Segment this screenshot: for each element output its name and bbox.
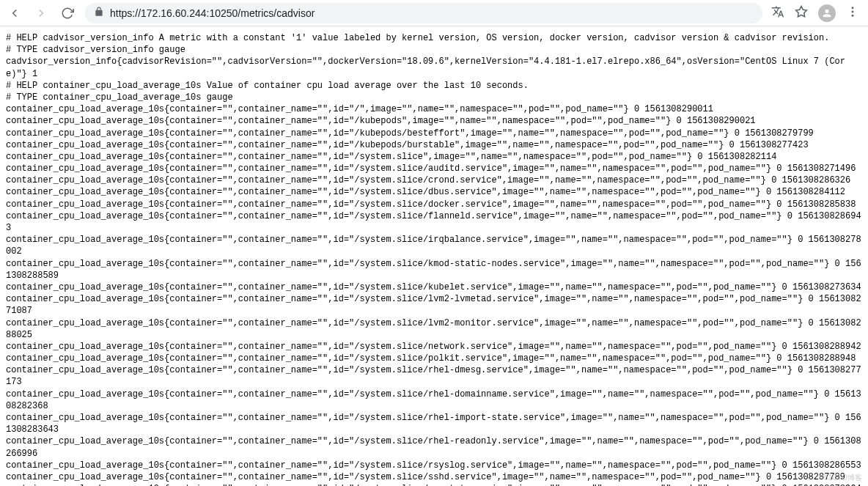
watermark: ©51CTO博客 <box>819 473 862 483</box>
lock-icon <box>94 7 104 20</box>
menu-button[interactable] <box>846 5 859 21</box>
browser-toolbar: https://172.16.60.244:10250/metrics/cadv… <box>0 0 868 26</box>
reload-icon <box>61 7 74 20</box>
url-text: https://172.16.60.244:10250/metrics/cadv… <box>110 7 754 19</box>
arrow-right-icon <box>34 7 48 20</box>
svg-point-3 <box>852 14 854 16</box>
star-icon[interactable] <box>795 5 808 21</box>
toolbar-right <box>771 4 862 22</box>
svg-marker-0 <box>796 6 807 16</box>
svg-point-1 <box>852 7 854 9</box>
back-button[interactable] <box>6 4 23 22</box>
forward-button[interactable] <box>32 4 50 22</box>
user-avatar[interactable] <box>818 4 836 22</box>
metrics-text: # HELP cadvisor_version_info A metric wi… <box>0 26 868 486</box>
kebab-menu-icon <box>846 5 859 18</box>
address-bar[interactable]: https://172.16.60.244:10250/metrics/cadv… <box>85 3 762 23</box>
reload-button[interactable] <box>59 4 76 22</box>
translate-icon[interactable] <box>771 5 784 21</box>
arrow-left-icon <box>8 7 21 20</box>
svg-point-2 <box>852 10 854 12</box>
person-icon <box>821 7 833 19</box>
